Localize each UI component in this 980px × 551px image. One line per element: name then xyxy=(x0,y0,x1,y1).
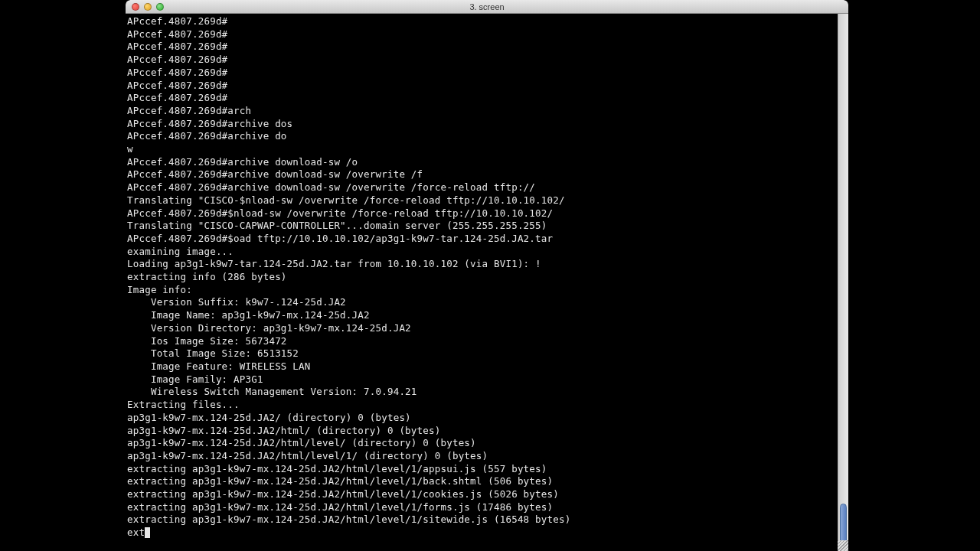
terminal-line: APccef.4807.269d#$nload-sw /overwrite /f… xyxy=(127,207,847,220)
terminal-line: APccef.4807.269d#archive download-sw /o xyxy=(127,156,847,169)
window-titlebar[interactable]: 3. screen xyxy=(126,0,848,14)
terminal-line: APccef.4807.269d# xyxy=(127,67,847,80)
terminal-line: Extracting files... xyxy=(127,399,847,412)
minimize-button[interactable] xyxy=(144,3,152,11)
terminal-line: Total Image Size: 6513152 xyxy=(127,347,847,360)
window-title: 3. screen xyxy=(126,2,848,11)
terminal-line: Image Family: AP3G1 xyxy=(127,373,847,386)
terminal-line: Image info: xyxy=(127,284,847,297)
terminal-line: extracting ap3g1-k9w7-mx.124-25d.JA2/htm… xyxy=(127,514,847,527)
terminal-line: APccef.4807.269d#arch xyxy=(127,105,847,118)
terminal-line: APccef.4807.269d#$oad tftp://10.10.10.10… xyxy=(127,233,847,246)
terminal-line: APccef.4807.269d#archive do xyxy=(127,130,847,143)
terminal-line: APccef.4807.269d# xyxy=(127,15,847,28)
terminal-line: examining image... xyxy=(127,246,847,259)
terminal-line: APccef.4807.269d#archive download-sw /ov… xyxy=(127,168,847,181)
terminal-line: APccef.4807.269d#archive download-sw /ov… xyxy=(127,181,847,194)
letterbox-left xyxy=(0,0,126,551)
terminal-line: Image Feature: WIRELESS LAN xyxy=(127,360,847,373)
terminal-line: extracting ap3g1-k9w7-mx.124-25d.JA2/htm… xyxy=(127,501,847,514)
scrollbar-track[interactable] xyxy=(838,14,848,551)
terminal-line: Version Suffix: k9w7-.124-25d.JA2 xyxy=(127,296,847,309)
maximize-button[interactable] xyxy=(156,3,164,11)
close-button[interactable] xyxy=(132,3,139,11)
terminal-line: ap3g1-k9w7-mx.124-25d.JA2/ (directory) 0… xyxy=(127,412,847,425)
letterbox-right xyxy=(848,0,980,551)
terminal-line: ap3g1-k9w7-mx.124-25d.JA2/html/level/ (d… xyxy=(127,437,847,450)
terminal-line: APccef.4807.269d# xyxy=(127,28,847,41)
terminal-line: ap3g1-k9w7-mx.124-25d.JA2/html/level/1/ … xyxy=(127,450,847,463)
cursor xyxy=(145,527,150,538)
current-input-text: ext xyxy=(127,527,145,538)
terminal-line: Translating "CISCO-$nload-sw /overwrite … xyxy=(127,194,847,207)
terminal-line: Image Name: ap3g1-k9w7-mx.124-25d.JA2 xyxy=(127,309,847,322)
terminal-output[interactable]: APccef.4807.269d#APccef.4807.269d#APccef… xyxy=(126,14,848,540)
terminal-line: APccef.4807.269d# xyxy=(127,92,847,105)
terminal-line: extracting info (286 bytes) xyxy=(127,271,847,284)
traffic-lights xyxy=(126,3,164,11)
terminal-window: 3. screen APccef.4807.269d#APccef.4807.2… xyxy=(126,0,848,551)
terminal-line: Loading ap3g1-k9w7-tar.124-25d.JA2.tar f… xyxy=(127,258,847,271)
terminal-line: Ios Image Size: 5673472 xyxy=(127,335,847,348)
terminal-line: Version Directory: ap3g1-k9w7-mx.124-25d… xyxy=(127,322,847,335)
resize-grip[interactable] xyxy=(838,540,848,551)
terminal-line: extracting ap3g1-k9w7-mx.124-25d.JA2/htm… xyxy=(127,463,847,476)
terminal-line: w xyxy=(127,143,847,156)
terminal-line: APccef.4807.269d#archive dos xyxy=(127,118,847,131)
terminal-line: extracting ap3g1-k9w7-mx.124-25d.JA2/htm… xyxy=(127,475,847,488)
terminal-line: APccef.4807.269d# xyxy=(127,54,847,67)
terminal-line: Translating "CISCO-CAPWAP-CONTROLLER"...… xyxy=(127,220,847,233)
terminal-line: extracting ap3g1-k9w7-mx.124-25d.JA2/htm… xyxy=(127,488,847,501)
terminal-current-line: ext xyxy=(127,527,847,540)
terminal-line: Wireless Switch Management Version: 7.0.… xyxy=(127,386,847,399)
terminal-line: APccef.4807.269d# xyxy=(127,41,847,54)
terminal-line: APccef.4807.269d# xyxy=(127,80,847,93)
terminal-line: ap3g1-k9w7-mx.124-25d.JA2/html/ (directo… xyxy=(127,425,847,438)
